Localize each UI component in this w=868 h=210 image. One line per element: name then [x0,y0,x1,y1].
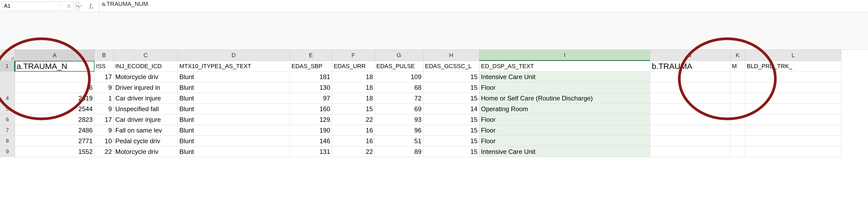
column-header-D[interactable]: D [178,50,290,61]
cell[interactable]: 72 [375,93,423,104]
column-label-cell[interactable]: EDAS_URR [332,61,375,71]
cell[interactable]: Blunt [178,82,290,93]
column-label-cell[interactable]: BLD_PRD_TRK_ [745,61,841,71]
cell[interactable]: 15 [423,125,479,136]
cell[interactable]: Blunt [178,136,290,146]
cell[interactable]: Pedal cycle driv [114,136,178,146]
cell[interactable]: 22 [94,146,114,157]
column-header-L[interactable]: L [745,50,841,61]
cell[interactable] [745,71,841,82]
cell[interactable]: Blunt [178,104,290,114]
cell[interactable]: 9 [94,125,114,136]
cell[interactable]: Blunt [178,93,290,104]
cell[interactable] [745,93,841,104]
column-label-cell[interactable]: INJ_ECODE_ICD [114,61,178,71]
cell[interactable]: Intensive Care Unit [479,71,650,82]
cell[interactable] [730,93,745,104]
cell[interactable]: 15 [423,82,479,93]
column-header-K[interactable]: K [730,50,745,61]
column-label-cell[interactable]: a.TRAUMA_N [15,61,94,71]
cell[interactable]: Blunt [178,146,290,157]
row-header[interactable]: 1 [0,61,15,71]
cell[interactable] [650,136,730,146]
cell[interactable]: 15 [423,136,479,146]
column-header-H[interactable]: H [423,50,479,61]
cell[interactable]: 93 [375,114,423,125]
cell[interactable] [745,114,841,125]
cell[interactable]: 2619 [15,93,94,104]
cell[interactable]: 15 [423,71,479,82]
formula-input[interactable]: a.TRAUMA_NUM [102,1,865,11]
cell[interactable]: 181 [290,71,332,82]
column-label-cell[interactable]: M [730,61,745,71]
cell[interactable] [730,136,745,146]
cell[interactable]: 190 [290,125,332,136]
column-header-C[interactable]: C [114,50,178,61]
cell[interactable]: 18 [332,93,375,104]
cell[interactable]: 15 [423,93,479,104]
cell[interactable] [650,82,730,93]
column-header-A[interactable]: A [15,50,94,61]
cell[interactable]: Intensive Care Unit [479,146,650,157]
cell[interactable]: Driver injured in [114,82,178,93]
cell[interactable]: Motorcycle driv [114,146,178,157]
cell[interactable]: 2823 [15,114,94,125]
cell[interactable]: 89 [375,146,423,157]
column-header-F[interactable]: F [332,50,375,61]
cell[interactable]: 2486 [15,125,94,136]
cell[interactable]: 109 [375,71,423,82]
cell[interactable] [650,93,730,104]
cell[interactable]: 131 [290,146,332,157]
cell[interactable]: Floor [479,82,650,93]
row-header[interactable]: 7 [0,125,15,136]
cell[interactable] [730,82,745,93]
cell[interactable]: 51 [375,136,423,146]
column-label-cell[interactable]: EDAS_PULSE [375,61,423,71]
row-header[interactable]: 8 [0,136,15,146]
cell[interactable]: 1 [94,93,114,104]
cell[interactable]: Floor [479,114,650,125]
cell[interactable]: 130 [290,82,332,93]
insert-function-button[interactable]: fx [87,2,96,10]
cell[interactable]: 1552 [15,146,94,157]
cell[interactable]: 2544 [15,104,94,114]
cell[interactable] [730,71,745,82]
cell[interactable]: Motorcycle driv [114,71,178,82]
cell[interactable]: 18 [332,82,375,93]
cell[interactable]: 18 [332,71,375,82]
cell[interactable]: 96 [375,125,423,136]
cell[interactable] [650,71,730,82]
cell[interactable]: 16 [332,125,375,136]
cell[interactable]: 15 [423,114,479,125]
column-header-G[interactable]: G [375,50,423,61]
cell[interactable] [15,71,94,82]
column-header-J[interactable]: J [650,50,730,61]
cell[interactable] [745,136,841,146]
cell[interactable] [650,125,730,136]
cell[interactable]: 2771 [15,136,94,146]
cell[interactable]: Floor [479,136,650,146]
cell[interactable] [650,146,730,157]
cell[interactable]: 22 [332,114,375,125]
column-label-cell[interactable]: ISS [94,61,114,71]
cell[interactable]: Car driver injure [114,114,178,125]
cell[interactable]: 15 [332,104,375,114]
cell[interactable] [730,104,745,114]
cell[interactable]: 129 [290,114,332,125]
cell[interactable] [730,125,745,136]
cell[interactable]: Car driver injure [114,93,178,104]
column-label-cell[interactable]: EDAS_SBP [290,61,332,71]
cell[interactable] [730,114,745,125]
cell[interactable] [650,104,730,114]
cell[interactable]: 146 [290,136,332,146]
cell[interactable]: 15 [423,146,479,157]
cell[interactable] [745,146,841,157]
column-label-cell[interactable]: MTX10_ITYPE1_AS_TEXT [178,61,290,71]
enter-formula-button[interactable] [76,2,84,10]
row-header[interactable] [0,82,15,93]
row-header[interactable]: 9 [0,146,15,157]
cell[interactable]: 9 [94,82,114,93]
cell[interactable]: Operating Room [479,104,650,114]
column-label-cell[interactable]: EDAS_GCSSC_L [423,61,479,71]
select-all-corner[interactable] [0,50,15,61]
